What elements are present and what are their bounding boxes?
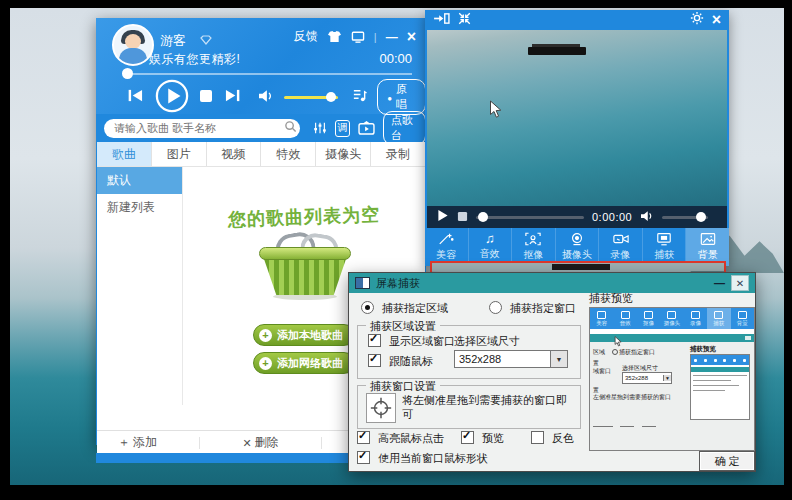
previous-button[interactable] bbox=[126, 88, 145, 106]
follow-mouse-checkbox[interactable]: 跟随鼠标 bbox=[368, 354, 433, 369]
playlist-sidebar: 默认 新建列表 bbox=[97, 167, 183, 405]
volume-slider[interactable] bbox=[284, 96, 338, 99]
accompaniment-icon[interactable] bbox=[352, 88, 367, 106]
volume-icon[interactable] bbox=[258, 89, 274, 106]
delete-icon bbox=[242, 436, 251, 450]
empty-basket-image bbox=[259, 233, 351, 295]
mini-mode-icon[interactable] bbox=[351, 31, 365, 43]
footer-divider bbox=[199, 437, 200, 449]
toolbar-record-label: 录像 bbox=[611, 248, 631, 262]
tab-effects[interactable]: 特效 bbox=[261, 142, 316, 166]
radio-capture-window[interactable]: 捕获指定窗口 bbox=[489, 301, 576, 316]
plus-icon bbox=[259, 329, 272, 342]
tab-songs[interactable]: 歌曲 bbox=[97, 142, 152, 166]
combo-arrow-icon[interactable] bbox=[550, 351, 567, 367]
search-input[interactable] bbox=[104, 119, 300, 138]
tune-icon[interactable]: 调 bbox=[335, 120, 349, 137]
radio-unselected-icon[interactable] bbox=[489, 301, 502, 314]
dialog-close-button[interactable]: ✕ bbox=[731, 275, 749, 291]
screen-capture-dialog: 屏幕捕获 ✕ 捕获指定区域 捕获指定窗口 捕获预览 捕获区域设置 显示区域窗口 … bbox=[348, 272, 756, 472]
dock-icon[interactable] bbox=[433, 11, 450, 29]
preview-mini-toolbar: 美容 音效 抠像 摄像头 录像 捕获 背景 bbox=[590, 308, 754, 329]
checkbox-checked-icon[interactable] bbox=[368, 354, 381, 367]
video-controls: 0:00:00 bbox=[427, 206, 727, 228]
playlist-item-default[interactable]: 默认 bbox=[97, 167, 182, 194]
checkbox-checked-icon[interactable] bbox=[357, 431, 370, 444]
checkbox-checked-icon[interactable] bbox=[357, 451, 370, 464]
region-size-select[interactable]: 352x288 bbox=[454, 350, 568, 368]
capture-region-content bbox=[432, 263, 724, 271]
close-button[interactable] bbox=[407, 32, 416, 42]
checkbox-unchecked-icon[interactable] bbox=[531, 431, 544, 444]
avatar[interactable] bbox=[112, 24, 154, 66]
region-settings-group: 捕获区域设置 显示区域窗口 选择区域尺寸 跟随鼠标 352x288 bbox=[357, 325, 581, 379]
checkbox-checked-icon[interactable] bbox=[461, 431, 474, 444]
video-volume-icon[interactable] bbox=[640, 208, 654, 226]
video-progress-slider[interactable] bbox=[476, 216, 584, 219]
dialog-title: 屏幕捕获 bbox=[376, 276, 420, 291]
checkbox-checked-icon[interactable] bbox=[368, 334, 381, 347]
toolbar-beauty-label: 美容 bbox=[436, 248, 456, 262]
radio-capture-region[interactable]: 捕获指定区域 bbox=[361, 301, 448, 316]
toolbar-background-label: 背景 bbox=[698, 248, 718, 262]
invert-label: 反色 bbox=[552, 431, 574, 446]
feedback-link[interactable]: 反馈 bbox=[294, 28, 318, 45]
original-vocal-label: 原唱 bbox=[396, 82, 416, 112]
dialog-minimize-button[interactable] bbox=[714, 277, 725, 289]
radio-selected-icon[interactable] bbox=[361, 301, 374, 314]
video-stop-button[interactable] bbox=[457, 208, 468, 226]
titlebar-separator bbox=[374, 30, 377, 44]
show-region-label: 显示区域窗口 bbox=[389, 334, 455, 349]
video-play-button[interactable] bbox=[437, 208, 449, 226]
song-station-button[interactable]: 点歌台 bbox=[383, 111, 426, 145]
video-close-button[interactable] bbox=[712, 15, 721, 25]
tab-camera[interactable]: 摄像头 bbox=[316, 142, 371, 166]
region-size-value: 352x288 bbox=[455, 351, 550, 367]
add-icon bbox=[118, 434, 130, 451]
footer-add-button[interactable]: 添加 bbox=[118, 434, 157, 451]
video-window: 0:00:00 美容 音效 抠像 摄像头 bbox=[425, 10, 729, 266]
settings-gear-icon[interactable] bbox=[690, 11, 704, 29]
capture-preview-panel: 美容 音效 抠像 摄像头 录像 捕获 背景 区域 捕获指定窗口 捕获预览 bbox=[589, 307, 755, 451]
highlight-click-checkbox[interactable]: 高亮鼠标点击 bbox=[357, 431, 444, 446]
invert-checkbox[interactable]: 反色 bbox=[531, 431, 574, 446]
tab-pictures[interactable]: 图片 bbox=[152, 142, 207, 166]
original-vocal-toggle[interactable]: 原唱 bbox=[377, 79, 426, 115]
show-region-checkbox[interactable]: 显示区域窗口 bbox=[368, 334, 455, 349]
shrink-icon[interactable] bbox=[458, 11, 471, 29]
cursor-shape-checkbox[interactable]: 使用当前窗口鼠标形状 bbox=[357, 451, 488, 466]
dialog-titlebar[interactable]: 屏幕捕获 ✕ bbox=[349, 273, 755, 293]
radio-region-label: 捕获指定区域 bbox=[382, 301, 448, 316]
skin-shirt-icon[interactable] bbox=[327, 30, 342, 43]
avatar-face bbox=[125, 34, 141, 49]
minimize-button[interactable] bbox=[386, 30, 398, 44]
play-button[interactable] bbox=[155, 79, 189, 116]
volume-thumb[interactable] bbox=[326, 92, 336, 102]
video-content-sea[interactable] bbox=[427, 30, 727, 206]
playlist-item-new[interactable]: 新建列表 bbox=[97, 194, 182, 221]
video-progress-thumb[interactable] bbox=[478, 212, 488, 222]
ok-button[interactable]: 确 定 bbox=[699, 451, 755, 471]
tv-icon[interactable] bbox=[358, 121, 375, 135]
tab-record[interactable]: 录制 bbox=[371, 142, 425, 166]
preview-checkbox[interactable]: 预览 bbox=[461, 431, 504, 446]
tab-video[interactable]: 视频 bbox=[207, 142, 262, 166]
progress-track[interactable] bbox=[126, 73, 412, 75]
crosshair-drag-handle[interactable] bbox=[366, 393, 396, 423]
user-name[interactable]: 游客 bbox=[160, 32, 186, 50]
add-local-songs-button[interactable]: 添加本地歌曲 bbox=[253, 324, 355, 346]
equalizer-icon[interactable] bbox=[313, 121, 327, 135]
empty-list-message: 您的歌曲列表为空 bbox=[183, 201, 426, 233]
next-button[interactable] bbox=[223, 88, 242, 106]
video-volume-slider[interactable] bbox=[662, 216, 708, 219]
desktop: 游客 反馈 娱乐有您更精彩! 00:00 bbox=[0, 0, 792, 500]
progress-thumb[interactable] bbox=[122, 68, 133, 79]
preview-mini-cursor bbox=[614, 336, 622, 349]
stop-button[interactable] bbox=[199, 89, 213, 106]
video-titlebar[interactable] bbox=[425, 10, 729, 30]
video-volume-thumb[interactable] bbox=[696, 212, 706, 222]
footer-delete-button[interactable]: 删除 bbox=[242, 434, 278, 451]
add-network-songs-button[interactable]: 添加网络歌曲 bbox=[253, 352, 355, 374]
search-icon[interactable] bbox=[284, 120, 297, 136]
elapsed-time: 00:00 bbox=[379, 51, 412, 66]
